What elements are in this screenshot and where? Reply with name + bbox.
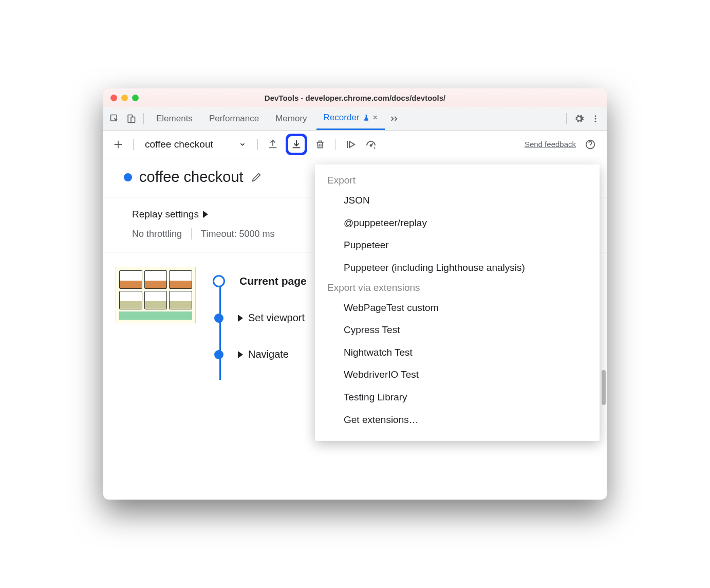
divider (143, 113, 144, 124)
tab-label: Elements (156, 114, 193, 124)
svg-point-3 (595, 115, 596, 117)
recording-select-value: coffee checkout (145, 139, 213, 150)
step-dot (214, 350, 223, 359)
close-window-button[interactable] (110, 95, 117, 101)
divider (191, 228, 192, 240)
export-puppeteer-lighthouse[interactable]: Puppeteer (including Lighthouse analysis… (315, 256, 600, 279)
chevron-down-icon (239, 141, 246, 148)
window-title: DevTools - developer.chrome.com/docs/dev… (103, 94, 607, 102)
import-icon[interactable] (265, 137, 281, 152)
recorder-toolbar: coffee checkout Send feedback (103, 131, 607, 158)
more-tabs-icon[interactable] (387, 112, 401, 126)
tab-elements[interactable]: Elements (149, 107, 200, 130)
add-recording-icon[interactable] (110, 137, 126, 152)
replay-icon[interactable] (343, 137, 358, 152)
expand-icon (238, 351, 243, 358)
expand-icon (238, 315, 243, 322)
throttle-value: No throttling (132, 229, 182, 240)
divider (335, 139, 335, 150)
step-label: Current page (239, 275, 307, 287)
tab-label: Memory (275, 114, 307, 124)
settings-icon[interactable] (572, 112, 586, 126)
inspect-icon[interactable] (107, 112, 122, 126)
svg-point-5 (595, 120, 596, 122)
export-webdriverio[interactable]: WebdriverIO Test (315, 363, 600, 386)
devtools-window: DevTools - developer.chrome.com/docs/dev… (103, 88, 607, 500)
step-label: Navigate (238, 348, 289, 360)
svg-rect-2 (131, 117, 135, 122)
export-puppeteer[interactable]: Puppeteer (315, 234, 600, 256)
experiment-icon (363, 114, 370, 121)
minimize-window-button[interactable] (121, 95, 128, 101)
chevron-right-icon (203, 211, 208, 218)
export-dropdown: Export JSON @puppeteer/replay Puppeteer … (315, 164, 600, 441)
export-json[interactable]: JSON (315, 189, 600, 212)
export-get-extensions[interactable]: Get extensions… (315, 409, 600, 431)
scrollbar[interactable] (602, 370, 606, 405)
send-feedback-link[interactable]: Send feedback (525, 140, 576, 149)
tab-label: Performance (209, 114, 259, 124)
export-icon[interactable] (286, 134, 307, 155)
recording-title: coffee checkout (139, 169, 244, 186)
export-header: Export (315, 172, 600, 189)
tab-label: Recorder (324, 113, 360, 123)
page-thumbnail (116, 267, 196, 323)
export-webpagetest[interactable]: WebPageTest custom (315, 297, 600, 319)
divider (133, 139, 134, 150)
traffic-lights (103, 95, 139, 101)
divider (566, 113, 567, 124)
export-testing-library[interactable]: Testing Library (315, 386, 600, 409)
svg-point-6 (370, 144, 371, 146)
tab-close-icon[interactable]: × (373, 113, 378, 122)
recording-select[interactable]: coffee checkout (141, 137, 250, 152)
delete-icon[interactable] (312, 137, 328, 152)
divider (257, 139, 258, 150)
tab-memory[interactable]: Memory (268, 107, 314, 130)
tab-recorder[interactable]: Recorder × (316, 107, 385, 130)
performance-replay-icon[interactable] (363, 137, 379, 152)
kebab-menu-icon[interactable] (588, 112, 603, 126)
export-cypress[interactable]: Cypress Test (315, 319, 600, 341)
edit-title-icon[interactable] (251, 172, 262, 183)
export-nightwatch[interactable]: Nightwatch Test (315, 341, 600, 364)
export-puppeteer-replay[interactable]: @puppeteer/replay (315, 212, 600, 234)
devtools-tabs: Elements Performance Memory Recorder × (103, 107, 607, 131)
maximize-window-button[interactable] (132, 95, 139, 101)
titlebar: DevTools - developer.chrome.com/docs/dev… (103, 88, 607, 107)
step-dot (214, 314, 223, 323)
svg-point-4 (595, 118, 596, 119)
step-dot (213, 275, 225, 287)
status-dot (124, 173, 132, 181)
tab-performance[interactable]: Performance (202, 107, 266, 130)
export-ext-header: Export via extensions (315, 279, 600, 297)
timeout-value: Timeout: 5000 ms (201, 229, 274, 240)
help-icon[interactable] (581, 137, 600, 152)
step-label: Set viewport (238, 312, 305, 324)
device-toggle-icon[interactable] (124, 112, 138, 126)
replay-settings-label: Replay settings (132, 209, 199, 220)
